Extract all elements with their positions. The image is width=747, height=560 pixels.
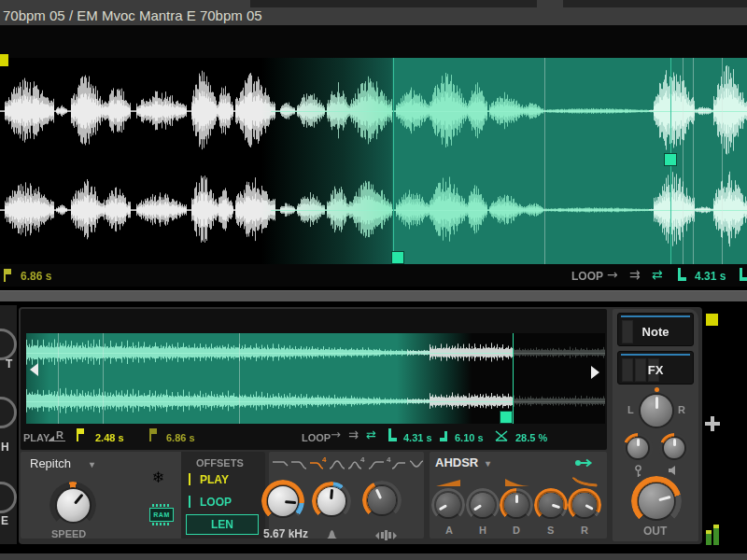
add-device-icon[interactable] xyxy=(705,416,720,431)
adjacent-device-edge: T H E xyxy=(0,305,17,544)
loop-end-partial-icon[interactable] xyxy=(740,268,747,281)
out-label: OUT xyxy=(643,525,667,538)
filter-type-lowpass12-icon[interactable] xyxy=(290,458,307,470)
envelope-out-icon[interactable] xyxy=(574,458,595,468)
crossfade-icon[interactable] xyxy=(495,429,509,441)
loop-start-time[interactable]: 4.31 s xyxy=(695,270,726,283)
pan-left-label: L xyxy=(627,403,634,416)
out-volume-knob[interactable] xyxy=(631,476,682,526)
loop-end-line xyxy=(513,333,514,424)
marker-handle[interactable] xyxy=(664,153,677,166)
play-start-flag-icon[interactable] xyxy=(77,428,86,441)
loop-mode-off-icon[interactable]: → xyxy=(331,427,341,442)
env-attack-knob[interactable] xyxy=(431,488,465,522)
loop-start-time[interactable]: 4.31 s xyxy=(403,431,432,444)
loop-start-icon[interactable] xyxy=(388,428,398,441)
sample-end-time[interactable]: 6.86 s xyxy=(21,270,51,283)
playback-mode-dropdown[interactable]: Repitch xyxy=(30,457,71,470)
play-end-time[interactable]: 6.86 s xyxy=(166,431,195,444)
attack-label: A xyxy=(445,524,453,537)
device-waveform-canvas[interactable] xyxy=(26,333,605,424)
loop-mode-pingpong-icon[interactable]: ⇄ xyxy=(366,427,376,442)
output-meter-left xyxy=(706,530,712,545)
grid-line xyxy=(58,333,59,424)
scroll-right-icon[interactable] xyxy=(591,366,599,379)
crossfade-value[interactable]: 28.5 % xyxy=(515,431,547,444)
grid-line xyxy=(544,58,545,264)
loop-start-line xyxy=(393,58,394,264)
scroll-left-icon[interactable] xyxy=(30,363,38,376)
fx-tab-button[interactable]: FX xyxy=(617,351,694,385)
offset-len-button[interactable]: LEN xyxy=(186,514,259,535)
offset-play-button[interactable]: PLAY xyxy=(200,473,229,486)
hold-label: H xyxy=(479,524,486,537)
sample-breadcrumb: 70bpm 05 / EM Mvoc Mantra E 70bpm 05 xyxy=(3,7,262,23)
speed-knob[interactable] xyxy=(49,482,96,528)
env-sustain-knob[interactable] xyxy=(534,488,568,522)
play-label: PLAY xyxy=(23,431,49,444)
decay-label: D xyxy=(513,524,520,537)
top-tab-segment xyxy=(537,0,563,7)
filter-freq-knob[interactable] xyxy=(261,480,304,523)
knob-edge-icon xyxy=(0,397,17,428)
filter-type-notch-icon[interactable] xyxy=(409,458,424,470)
play-start-time[interactable]: 2.48 s xyxy=(95,431,124,444)
env-decay-knob[interactable] xyxy=(500,488,533,522)
env-hold-knob[interactable] xyxy=(466,488,500,522)
pan-knob[interactable] xyxy=(637,391,676,430)
loop-end-handle[interactable] xyxy=(500,411,513,424)
dropdown-caret-icon[interactable]: ▾ xyxy=(90,458,94,471)
velocity-amount-knob[interactable] xyxy=(659,433,689,463)
start-flag-icon[interactable] xyxy=(4,269,13,282)
loop-mode-pingpong-icon[interactable]: ⇄ xyxy=(652,267,663,282)
filter-freq-value[interactable]: 5.67 kHz xyxy=(263,527,308,540)
loop-mode-forward-icon[interactable]: ⇉ xyxy=(629,267,641,282)
env-release-knob[interactable] xyxy=(568,488,601,522)
chain-accent xyxy=(621,315,690,317)
loop-end-time[interactable]: 6.10 s xyxy=(455,431,484,444)
play-end-flag-icon[interactable] xyxy=(149,428,159,441)
section-divider[interactable] xyxy=(0,287,747,305)
knob-edge-icon xyxy=(0,329,17,360)
loop-mode-off-icon[interactable]: → xyxy=(607,267,618,282)
note-tab-button[interactable]: Note xyxy=(617,313,694,346)
offset-play-indicator xyxy=(189,473,190,485)
title-bar: 70bpm 05 / EM Mvoc Mantra E 70bpm 05 xyxy=(0,0,747,25)
offset-loop-button[interactable]: LOOP xyxy=(200,496,232,509)
clip-color-swatch[interactable] xyxy=(706,314,718,326)
loop-start-icon[interactable] xyxy=(678,268,687,281)
expanded-waveform-canvas[interactable] xyxy=(0,58,747,264)
device-waveform[interactable] xyxy=(26,333,605,424)
pan-right-label: R xyxy=(678,403,685,416)
filter-type-highpass12-icon[interactable] xyxy=(368,458,385,470)
key-amount-knob[interactable] xyxy=(623,433,653,463)
loop-end-icon[interactable] xyxy=(439,431,447,441)
filter-env-knob[interactable] xyxy=(362,481,402,520)
filter-type-bandpass12-icon[interactable] xyxy=(329,458,345,470)
pole-marker: 4 xyxy=(322,455,326,464)
expanded-waveform[interactable] xyxy=(0,58,747,264)
freeze-icon[interactable]: ❄ xyxy=(152,469,164,486)
knob-edge-icon xyxy=(0,482,17,513)
resonance-icon xyxy=(326,528,338,539)
clipped-label: H xyxy=(1,441,9,454)
grid-line xyxy=(693,58,694,264)
dropdown-caret-icon[interactable]: ▾ xyxy=(486,457,490,470)
loop-label: LOOP xyxy=(571,270,603,283)
loop-start-handle[interactable] xyxy=(391,251,404,264)
offsets-title: OFFSETS xyxy=(196,456,244,469)
sustain-label: S xyxy=(547,524,554,537)
ram-icon[interactable]: RAM xyxy=(149,508,174,522)
filter-type-flat-icon[interactable] xyxy=(272,458,289,470)
morph-icon xyxy=(375,529,397,541)
filter-type-highpass24-icon[interactable] xyxy=(390,458,407,470)
output-meter-right xyxy=(713,525,719,545)
envelope-type-dropdown[interactable]: AHDSR xyxy=(435,456,478,469)
start-marker-flag[interactable] xyxy=(0,54,8,66)
ableton-simpler-window: 70bpm 05 / EM Mvoc Mantra E 70bpm 05 m 0… xyxy=(0,0,747,560)
retrigger-icon[interactable]: R xyxy=(49,429,65,441)
loop-mode-forward-icon[interactable]: ⇉ xyxy=(348,427,359,442)
offsets-column: OFFSETS PLAY LOOP LEN xyxy=(181,452,265,539)
filter-res-knob[interactable] xyxy=(312,482,351,521)
bottom-status-strip xyxy=(0,553,747,560)
